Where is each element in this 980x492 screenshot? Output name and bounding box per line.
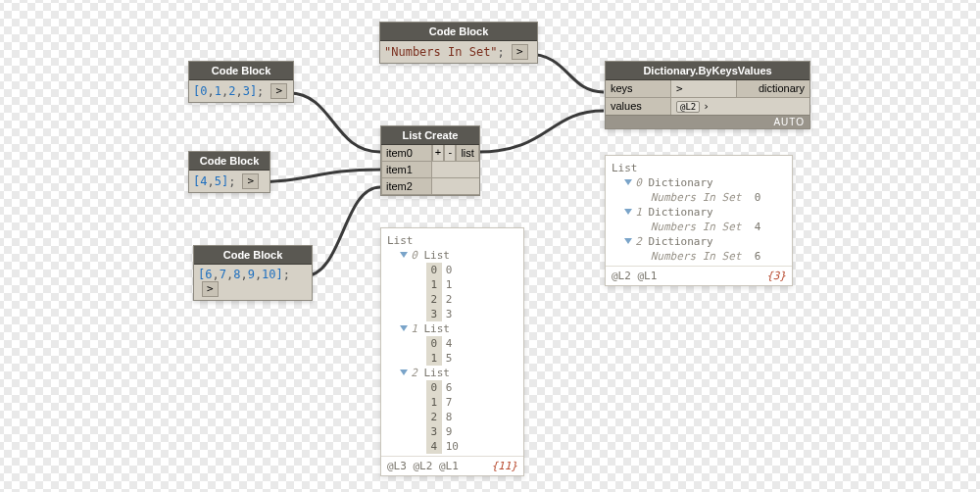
node-title: Code Block [189,62,293,80]
watch-panel-list: List 0 List 00 11 22 33 1 List 04 15 2 L… [380,227,524,476]
output-port[interactable]: > [270,83,287,99]
output-port[interactable]: > [512,44,528,60]
dictionary-bykeysvalues-node[interactable]: Dictionary.ByKeysValues keys > dictionar… [605,61,810,129]
node-title: List Create [381,126,479,145]
code-content: [4,5]; [193,174,235,188]
code-content: "Numbers In Set"; [384,45,505,59]
chevron-right-icon: > [676,82,683,95]
lacing-mode[interactable]: AUTO [606,115,809,128]
input-port-item1[interactable]: item1 [381,162,432,178]
output-port[interactable]: > [242,173,259,189]
node-title: Code Block [189,152,270,171]
watch-count: {3} [766,270,786,282]
codeblock-node-keys[interactable]: Code Block "Numbers In Set"; > [379,22,538,64]
input-port-item2[interactable]: item2 [381,178,432,195]
output-port[interactable]: > [202,281,219,297]
codeblock-node-678910[interactable]: Code Block [6,7,8,9,10]; > [193,245,313,301]
watch-count: {11} [492,460,518,472]
add-port-button[interactable]: + [432,145,444,162]
input-port-values[interactable]: values [606,98,671,115]
codeblock-node-0123[interactable]: Code Block [0,1,2,3]; > [188,61,294,103]
watch-content: List 0 Dictionary Numbers In Set 0 1 Dic… [606,156,792,266]
node-title: Code Block [380,23,537,41]
remove-port-button[interactable]: - [444,145,456,162]
output-port-dictionary[interactable]: dictionary [736,80,809,97]
node-title: Dictionary.ByKeysValues [606,62,809,80]
node-title: Code Block [194,246,312,265]
input-port-item0[interactable]: item0 [381,145,432,162]
watch-levels: @L2 @L1 [612,270,657,282]
code-content: [0,1,2,3]; [193,84,264,98]
code-content: [6,7,8,9,10]; [198,268,290,281]
chevron-right-icon: › [703,100,710,113]
watch-content: List 0 List 00 11 22 33 1 List 04 15 2 L… [381,228,523,456]
input-port-keys[interactable]: keys [606,80,671,97]
watch-panel-dict: List 0 Dictionary Numbers In Set 0 1 Dic… [605,155,793,286]
lacing-pill[interactable]: @L2 [676,101,700,113]
codeblock-node-45[interactable]: Code Block [4,5]; > [188,151,270,193]
watch-levels: @L3 @L2 @L1 [387,460,459,472]
list-create-node[interactable]: List Create item0 + - list item1 item2 [380,125,480,196]
output-port-list[interactable]: list [456,145,479,162]
